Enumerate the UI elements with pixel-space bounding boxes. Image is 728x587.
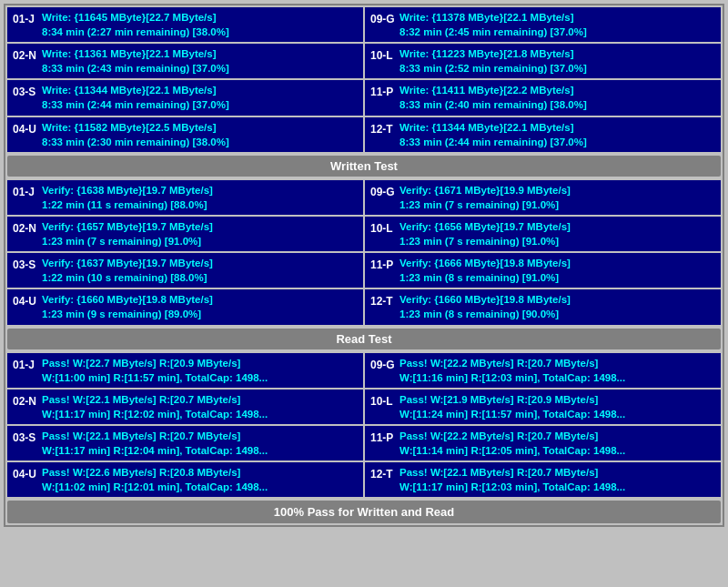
verify-left-col-4: 04-U Verify: {1660 MByte}[19.8 MByte/s] … xyxy=(7,289,363,324)
read-left-col-1: 01-J Pass! W:[22.7 MByte/s] R:[20.9 MByt… xyxy=(7,353,363,388)
verify-test-section: 01-J Verify: {1638 MByte}[19.7 MByte/s] … xyxy=(7,180,721,325)
read-content-10l: Pass! W:[21.9 MByte/s] R:[20.9 MByte/s] … xyxy=(399,392,715,421)
verify-id-04u: 04-U xyxy=(13,292,42,309)
read-cell-12t: 12-T Pass! W:[22.1 MByte/s] R:[20.7 MByt… xyxy=(365,462,721,497)
cell-content-12t: Write: {11344 MByte}[22.1 MByte/s] 8:33 … xyxy=(399,120,715,149)
cell-content-10l: Write: {11223 MByte}[21.8 MByte/s] 8:33 … xyxy=(399,46,715,76)
read-test-grid: 01-J Pass! W:[22.7 MByte/s] R:[20.9 MByt… xyxy=(7,353,721,498)
read-right-col-3: 11-P Pass! W:[22.2 MByte/s] R:[20.7 MByt… xyxy=(365,426,721,460)
write-cell-12t: 12-T Write: {11344 MByte}[22.1 MByte/s] … xyxy=(365,117,721,152)
write-left-col-3: 03-S Write: {11344 MByte}[22.1 MByte/s] … xyxy=(7,80,363,115)
footer-bar: 100% Pass for Written and Read xyxy=(7,501,721,523)
read-left-col-4: 04-U Pass! W:[22.6 MByte/s] R:[20.8 MByt… xyxy=(7,462,363,497)
read-id-04u: 04-U xyxy=(13,465,42,482)
cell-id-04u: 04-U xyxy=(13,120,42,137)
verify-id-12t: 12-T xyxy=(370,292,399,309)
verify-test-grid: 01-J Verify: {1638 MByte}[19.7 MByte/s] … xyxy=(7,180,721,325)
read-cell-09g: 09-G Pass! W:[22.2 MByte/s] R:[20.7 MByt… xyxy=(365,353,721,388)
cell-content-09g: Write: {11378 MByte}[22.1 MByte/s] 8:32 … xyxy=(399,10,715,39)
write-cell-01j: 01-J Write: {11645 MByte}[22.7 MByte/s] … xyxy=(7,7,363,42)
verify-right-col-3: 11-P Verify: {1666 MByte}[19.8 MByte/s] … xyxy=(365,253,721,288)
verify-right-col-2: 10-L Verify: {1656 MByte}[19.7 MByte/s] … xyxy=(365,217,721,251)
read-cell-01j: 01-J Pass! W:[22.7 MByte/s] R:[20.9 MByt… xyxy=(7,353,363,388)
read-id-10l: 10-L xyxy=(370,392,399,410)
cell-id-02n: 02-N xyxy=(13,46,42,64)
verify-id-03s: 03-S xyxy=(13,256,42,273)
verify-cell-01j: 01-J Verify: {1638 MByte}[19.7 MByte/s] … xyxy=(7,180,363,215)
read-test-section: 01-J Pass! W:[22.7 MByte/s] R:[20.9 MByt… xyxy=(7,353,721,498)
verify-right-col-1: 09-G Verify: {1671 MByte}[19.9 MByte/s] … xyxy=(365,180,721,215)
cell-content-11p: Write: {11411 MByte}[22.2 MByte/s] 8:33 … xyxy=(399,83,715,112)
verify-id-01j: 01-J xyxy=(13,183,42,200)
read-id-12t: 12-T xyxy=(370,465,399,482)
write-left-col-2: 02-N Write: {11361 MByte}[22.1 MByte/s] … xyxy=(7,44,363,78)
cell-id-10l: 10-L xyxy=(370,46,399,64)
verify-right-col-4: 12-T Verify: {1660 MByte}[19.8 MByte/s] … xyxy=(365,289,721,324)
read-content-11p: Pass! W:[22.2 MByte/s] R:[20.7 MByte/s] … xyxy=(399,429,715,458)
verify-content-12t: Verify: {1660 MByte}[19.8 MByte/s] 1:23 … xyxy=(399,292,715,321)
read-content-04u: Pass! W:[22.6 MByte/s] R:[20.8 MByte/s] … xyxy=(42,465,358,494)
verify-cell-10l: 10-L Verify: {1656 MByte}[19.7 MByte/s] … xyxy=(365,217,721,251)
verify-cell-03s: 03-S Verify: {1637 MByte}[19.7 MByte/s] … xyxy=(7,253,363,288)
read-cell-10l: 10-L Pass! W:[21.9 MByte/s] R:[20.9 MByt… xyxy=(365,390,721,424)
outer-border: 01-J Write: {11645 MByte}[22.7 MByte/s] … xyxy=(4,4,724,527)
read-id-03s: 03-S xyxy=(13,429,42,446)
verify-content-09g: Verify: {1671 MByte}[19.9 MByte/s] 1:23 … xyxy=(399,183,715,212)
read-content-09g: Pass! W:[22.2 MByte/s] R:[20.7 MByte/s] … xyxy=(399,356,715,385)
write-left-col-4: 04-U Write: {11582 MByte}[22.5 MByte/s] … xyxy=(7,117,363,152)
read-cell-11p: 11-P Pass! W:[22.2 MByte/s] R:[20.7 MByt… xyxy=(365,426,721,460)
cell-id-03s: 03-S xyxy=(13,83,42,100)
verify-left-col-1: 01-J Verify: {1638 MByte}[19.7 MByte/s] … xyxy=(7,180,363,215)
cell-id-09g: 09-G xyxy=(370,10,399,27)
verify-content-04u: Verify: {1660 MByte}[19.8 MByte/s] 1:23 … xyxy=(42,292,358,321)
read-content-12t: Pass! W:[22.1 MByte/s] R:[20.7 MByte/s] … xyxy=(399,465,715,494)
cell-content-01j: Write: {11645 MByte}[22.7 MByte/s] 8:34 … xyxy=(42,10,358,39)
write-test-section: 01-J Write: {11645 MByte}[22.7 MByte/s] … xyxy=(7,7,721,152)
verify-cell-12t: 12-T Verify: {1660 MByte}[19.8 MByte/s] … xyxy=(365,289,721,324)
write-cell-02n: 02-N Write: {11361 MByte}[22.1 MByte/s] … xyxy=(7,44,363,78)
read-cell-03s: 03-S Pass! W:[22.1 MByte/s] R:[20.7 MByt… xyxy=(7,426,363,460)
read-right-col-4: 12-T Pass! W:[22.1 MByte/s] R:[20.7 MByt… xyxy=(365,462,721,497)
write-cell-09g: 09-G Write: {11378 MByte}[22.1 MByte/s] … xyxy=(365,7,721,42)
read-content-01j: Pass! W:[22.7 MByte/s] R:[20.9 MByte/s] … xyxy=(42,356,358,385)
read-right-col-2: 10-L Pass! W:[21.9 MByte/s] R:[20.9 MByt… xyxy=(365,390,721,424)
verify-id-09g: 09-G xyxy=(370,183,399,200)
verify-cell-04u: 04-U Verify: {1660 MByte}[19.8 MByte/s] … xyxy=(7,289,363,324)
write-test-grid: 01-J Write: {11645 MByte}[22.7 MByte/s] … xyxy=(7,7,721,152)
read-left-col-2: 02-N Pass! W:[22.1 MByte/s] R:[20.7 MByt… xyxy=(7,390,363,424)
verify-left-col-3: 03-S Verify: {1637 MByte}[19.7 MByte/s] … xyxy=(7,253,363,288)
verify-content-02n: Verify: {1657 MByte}[19.7 MByte/s] 1:23 … xyxy=(42,219,358,248)
read-cell-04u: 04-U Pass! W:[22.6 MByte/s] R:[20.8 MByt… xyxy=(7,462,363,497)
verify-cell-02n: 02-N Verify: {1657 MByte}[19.7 MByte/s] … xyxy=(7,217,363,251)
verify-id-10l: 10-L xyxy=(370,219,399,237)
write-right-col-4: 12-T Write: {11344 MByte}[22.1 MByte/s] … xyxy=(365,117,721,152)
read-right-col-1: 09-G Pass! W:[22.2 MByte/s] R:[20.7 MByt… xyxy=(365,353,721,388)
write-cell-10l: 10-L Write: {11223 MByte}[21.8 MByte/s] … xyxy=(365,44,721,78)
read-test-header: Read Test xyxy=(7,329,721,349)
write-cell-03s: 03-S Write: {11344 MByte}[22.1 MByte/s] … xyxy=(7,80,363,115)
write-right-col: 09-G Write: {11378 MByte}[22.1 MByte/s] … xyxy=(365,7,721,42)
verify-left-col-2: 02-N Verify: {1657 MByte}[19.7 MByte/s] … xyxy=(7,217,363,251)
write-right-col-3: 11-P Write: {11411 MByte}[22.2 MByte/s] … xyxy=(365,80,721,115)
read-cell-02n: 02-N Pass! W:[22.1 MByte/s] R:[20.7 MByt… xyxy=(7,390,363,424)
main-container: 01-J Write: {11645 MByte}[22.7 MByte/s] … xyxy=(0,0,728,531)
verify-cell-09g: 09-G Verify: {1671 MByte}[19.9 MByte/s] … xyxy=(365,180,721,215)
cell-id-12t: 12-T xyxy=(370,120,399,137)
write-cell-11p: 11-P Write: {11411 MByte}[22.2 MByte/s] … xyxy=(365,80,721,115)
read-content-03s: Pass! W:[22.1 MByte/s] R:[20.7 MByte/s] … xyxy=(42,429,358,458)
verify-content-10l: Verify: {1656 MByte}[19.7 MByte/s] 1:23 … xyxy=(399,219,715,248)
cell-id-01j: 01-J xyxy=(13,10,42,27)
verify-content-11p: Verify: {1666 MByte}[19.8 MByte/s] 1:23 … xyxy=(399,256,715,285)
cell-content-02n: Write: {11361 MByte}[22.1 MByte/s] 8:33 … xyxy=(42,46,358,76)
cell-content-04u: Write: {11582 MByte}[22.5 MByte/s] 8:33 … xyxy=(42,120,358,149)
write-left-col: 01-J Write: {11645 MByte}[22.7 MByte/s] … xyxy=(7,7,363,42)
cell-id-11p: 11-P xyxy=(370,83,399,100)
verify-content-01j: Verify: {1638 MByte}[19.7 MByte/s] 1:22 … xyxy=(42,183,358,212)
read-id-09g: 09-G xyxy=(370,356,399,373)
verify-id-11p: 11-P xyxy=(370,256,399,273)
verify-cell-11p: 11-P Verify: {1666 MByte}[19.8 MByte/s] … xyxy=(365,253,721,288)
read-left-col-3: 03-S Pass! W:[22.1 MByte/s] R:[20.7 MByt… xyxy=(7,426,363,460)
read-id-02n: 02-N xyxy=(13,392,42,410)
written-test-header: Written Test xyxy=(7,156,721,177)
write-right-col-2: 10-L Write: {11223 MByte}[21.8 MByte/s] … xyxy=(365,44,721,78)
